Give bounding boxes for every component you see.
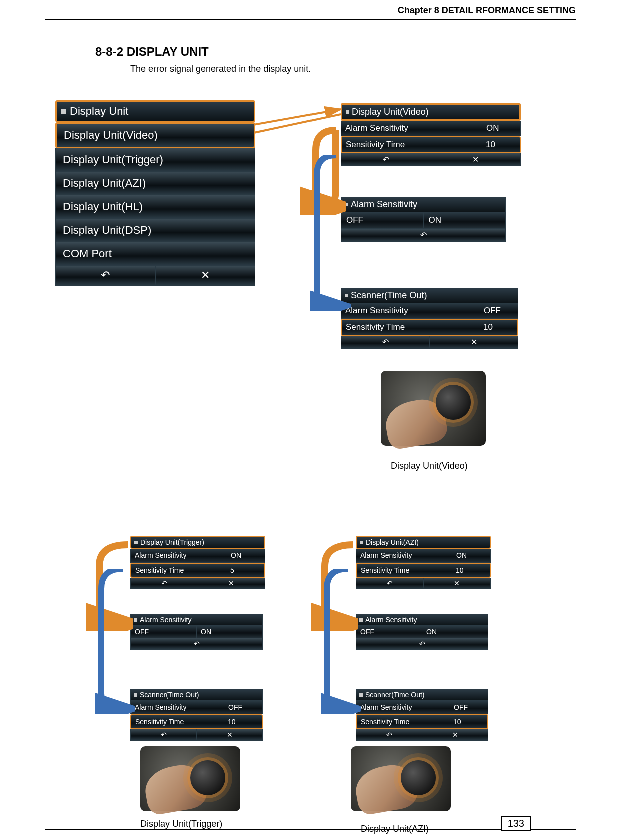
trigger-scanner-panel: Scanner(Time Out) Alarm Sensitivity OFF … [130,689,263,741]
menu-item-azi[interactable]: Display Unit(AZI) [55,172,255,195]
back-button[interactable]: ↶ [56,266,156,285]
back-button[interactable]: ↶ [356,578,424,589]
back-button[interactable]: ↶ [341,229,505,241]
kv-value: OFF [450,701,488,714]
trigger-alarm-title: Alarm Sensitivity [130,614,263,626]
footer-rule: 133 [45,829,576,830]
kv-value: 10 [224,715,262,728]
video-row-alarm[interactable]: Alarm Sensitivity ON [341,121,521,136]
kv-label: Alarm Sensitivity [131,549,227,562]
kv-value: OFF [480,303,518,318]
kv-label: Sensitivity Time [131,564,226,577]
toggle-off[interactable]: OFF [131,626,197,638]
kv-value: 10 [482,137,520,152]
trigger-scanner-row-alarm[interactable]: Alarm Sensitivity OFF [130,701,263,714]
toggle-on[interactable]: ON [424,212,506,228]
menu-item-comport[interactable]: COM Port [55,242,255,266]
trigger-scanner-title-text: Scanner(Time Out) [140,691,199,699]
trigger-scanner-row-time[interactable]: Sensitivity Time 10 [130,714,263,729]
back-button[interactable]: ↶ [356,729,422,740]
azi-title: Display Unit(AZI) [356,536,491,549]
caption-video: Display Unit(Video) [391,461,468,471]
azi-row-time[interactable]: Sensitivity Time 10 [356,563,491,578]
arrow-hook-blue-trigger [95,569,135,714]
toggle-off[interactable]: OFF [341,212,424,228]
video-panel: Display Unit(Video) Alarm Sensitivity ON… [341,103,521,166]
close-button[interactable]: ✕ [198,578,265,589]
azi-scanner-title-text: Scanner(Time Out) [365,691,425,699]
trigger-title: Display Unit(Trigger) [130,536,265,549]
kv-label: Sensitivity Time [357,715,449,728]
back-button[interactable]: ↶ [131,578,198,589]
back-button[interactable]: ↶ [341,336,430,348]
alarm-controls: ↶ [341,229,506,242]
azi-scanner-controls: ↶ ✕ [356,729,488,741]
knob-image [351,746,451,811]
back-button[interactable]: ↶ [131,729,197,740]
azi-alarm-toggle: OFF ON [356,626,488,638]
kv-label: Alarm Sensitivity [356,549,452,562]
close-button[interactable]: ✕ [424,578,491,589]
kv-label: Alarm Sensitivity [341,121,482,136]
trigger-row-time[interactable]: Sensitivity Time 5 [130,563,265,578]
kv-value: 10 [449,715,487,728]
close-button[interactable]: ✕ [431,153,521,166]
toggle-on[interactable]: ON [422,626,488,638]
menu-item-dsp[interactable]: Display Unit(DSP) [55,219,255,242]
alarm-panel-title: Alarm Sensitivity [341,197,506,212]
azi-panel: Display Unit(AZI) Alarm Sensitivity ON S… [356,536,491,589]
azi-alarm-controls: ↶ [356,638,488,650]
trigger-scanner-title: Scanner(Time Out) [130,689,263,701]
azi-scanner-row-alarm[interactable]: Alarm Sensitivity OFF [356,701,488,714]
kv-value: 10 [479,320,517,335]
main-menu: Display Unit Display Unit(Video) Display… [55,100,255,286]
toggle-off[interactable]: OFF [356,626,422,638]
arrow-hook-blue-azi [321,569,361,714]
azi-alarm-title-text: Alarm Sensitivity [365,616,417,624]
kv-label: Sensitivity Time [357,564,452,577]
azi-scanner-row-time[interactable]: Sensitivity Time 10 [356,714,488,729]
scanner-controls: ↶ ✕ [341,336,518,349]
scanner-row-alarm[interactable]: Alarm Sensitivity OFF [341,303,518,319]
header-rule [45,19,576,20]
back-button[interactable]: ↶ [356,638,488,649]
video-panel-title: Display Unit(Video) [341,103,521,121]
azi-alarm-title: Alarm Sensitivity [356,614,488,626]
close-button[interactable]: ✕ [422,729,488,740]
kv-label: Alarm Sensitivity [131,701,224,714]
trigger-controls: ↶ ✕ [130,578,265,589]
scanner-panel: Scanner(Time Out) Alarm Sensitivity OFF … [341,288,518,349]
menu-item-video[interactable]: Display Unit(Video) [55,122,255,148]
kv-value: OFF [224,701,262,714]
kv-label: Alarm Sensitivity [341,303,480,318]
trigger-title-text: Display Unit(Trigger) [140,538,204,546]
trigger-row-alarm[interactable]: Alarm Sensitivity ON [130,549,265,563]
trigger-alarm-toggle: OFF ON [130,626,263,638]
main-menu-title-text: Display Unit [70,105,128,118]
trigger-alarm-controls: ↶ [130,638,263,650]
kv-label: Sensitivity Time [342,137,482,152]
menu-item-hl[interactable]: Display Unit(HL) [55,195,255,219]
scanner-row-time[interactable]: Sensitivity Time 10 [341,319,518,336]
knob-image [140,746,240,811]
azi-scanner-title: Scanner(Time Out) [356,689,488,701]
back-button[interactable]: ↶ [131,638,262,649]
video-panel-title-text: Display Unit(Video) [352,107,429,117]
caption-trigger: Display Unit(Trigger) [140,819,222,829]
close-button[interactable]: ✕ [197,729,262,740]
marker-icon [134,541,138,544]
back-button[interactable]: ↶ [341,153,431,166]
close-button[interactable]: ✕ [430,336,518,348]
menu-item-trigger[interactable]: Display Unit(Trigger) [55,148,255,172]
kv-label: Sensitivity Time [342,320,479,335]
kv-value: ON [482,121,520,136]
arrow-hook-blue-1 [310,155,351,311]
alarm-title-text: Alarm Sensitivity [351,199,417,210]
toggle-on[interactable]: ON [197,626,262,638]
main-menu-controls: ↶ ✕ [55,266,255,286]
close-button[interactable]: ✕ [156,266,255,285]
video-row-time[interactable]: Sensitivity Time 10 [341,136,521,153]
kv-label: Sensitivity Time [131,715,224,728]
azi-row-alarm[interactable]: Alarm Sensitivity ON [356,549,491,563]
marker-icon [61,109,66,114]
